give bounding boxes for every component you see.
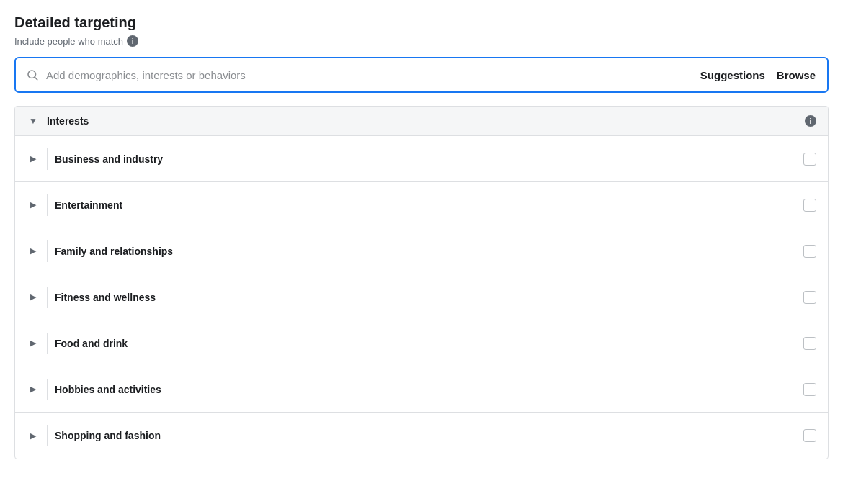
interests-table: ▼ Interests i ▶ Business and industry ▶ …: [14, 106, 829, 459]
row-checkbox[interactable]: [803, 245, 816, 258]
row-label: Fitness and wellness: [55, 292, 796, 303]
table-row[interactable]: ▶ Hobbies and activities: [15, 366, 828, 413]
table-header-title: Interests: [47, 115, 798, 127]
page-container: Detailed targeting Include people who ma…: [14, 14, 829, 459]
table-row[interactable]: ▶ Family and relationships: [15, 228, 828, 274]
row-checkbox[interactable]: [803, 199, 816, 212]
search-input[interactable]: [46, 69, 692, 81]
subtitle-text: Include people who match: [14, 36, 123, 47]
row-checkbox[interactable]: [803, 383, 816, 396]
row-label: Food and drink: [55, 338, 796, 349]
row-separator: [47, 148, 48, 170]
row-label: Family and relationships: [55, 246, 796, 257]
expand-icon[interactable]: ▶: [27, 292, 40, 302]
row-checkbox[interactable]: [803, 153, 816, 166]
row-separator: [47, 425, 48, 446]
row-separator: [47, 240, 48, 262]
row-label: Hobbies and activities: [55, 384, 796, 395]
expand-icon[interactable]: ▶: [27, 154, 40, 163]
table-row[interactable]: ▶ Business and industry: [15, 136, 828, 182]
table-row[interactable]: ▶ Food and drink: [15, 320, 828, 366]
expand-icon[interactable]: ▶: [27, 338, 40, 348]
table-row[interactable]: ▶ Entertainment: [15, 182, 828, 228]
expand-icon[interactable]: ▶: [27, 246, 40, 256]
expand-icon[interactable]: ▶: [27, 200, 40, 210]
row-separator: [47, 379, 48, 400]
row-separator: [47, 287, 48, 308]
table-row[interactable]: ▶ Shopping and fashion: [15, 413, 828, 459]
row-label: Entertainment: [55, 199, 796, 211]
table-row[interactable]: ▶ Fitness and wellness: [15, 274, 828, 320]
collapse-icon[interactable]: ▼: [27, 116, 40, 126]
row-label: Shopping and fashion: [55, 430, 796, 441]
row-checkbox[interactable]: [803, 337, 816, 350]
row-separator: [47, 333, 48, 354]
search-box: Suggestions Browse: [14, 57, 829, 93]
page-title: Detailed targeting: [14, 14, 829, 31]
search-actions: Suggestions Browse: [699, 66, 817, 84]
header-info-icon[interactable]: i: [805, 115, 816, 127]
search-icon: [26, 68, 39, 81]
svg-line-1: [35, 77, 37, 79]
row-separator: [47, 194, 48, 216]
row-checkbox[interactable]: [803, 429, 816, 442]
row-checkbox[interactable]: [803, 291, 816, 304]
subtitle-info-icon[interactable]: i: [127, 35, 138, 47]
row-label: Business and industry: [55, 153, 796, 165]
expand-icon[interactable]: ▶: [27, 431, 40, 441]
suggestions-button[interactable]: Suggestions: [699, 66, 767, 84]
table-header[interactable]: ▼ Interests i: [15, 107, 828, 136]
expand-icon[interactable]: ▶: [27, 384, 40, 394]
browse-button[interactable]: Browse: [775, 66, 817, 84]
section-subtitle: Include people who match i: [14, 35, 829, 47]
